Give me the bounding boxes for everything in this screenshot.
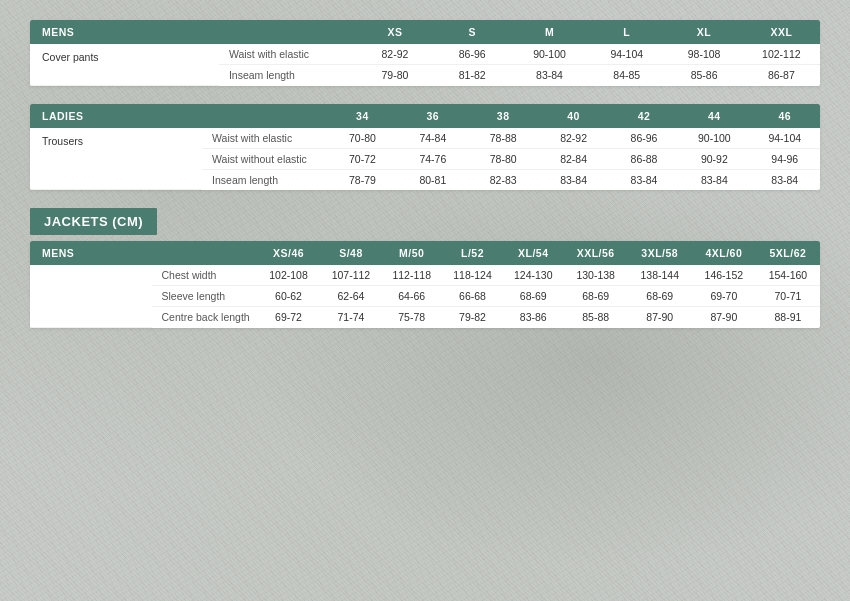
measurement-name: Waist with elastic — [202, 128, 327, 149]
measurement-name: Waist without elastic — [202, 148, 327, 169]
cell: 68-69 — [628, 286, 692, 307]
measurement-name: Chest width — [152, 265, 257, 286]
cell: 69-70 — [692, 286, 756, 307]
mens-size-l: L — [588, 20, 665, 44]
measurement-name: Inseam length — [219, 65, 356, 86]
mens-size-xs: XS — [356, 20, 433, 44]
cell: 62-64 — [321, 286, 382, 307]
cell: 90-100 — [511, 44, 588, 65]
mens-size-m: M — [511, 20, 588, 44]
cell: 60-62 — [256, 286, 320, 307]
cell: 68-69 — [564, 286, 628, 307]
cell: 90-92 — [679, 148, 749, 169]
product-trousers: Trousers — [30, 128, 202, 190]
cell: 94-96 — [750, 148, 820, 169]
cell: 87-90 — [628, 307, 692, 328]
cell: 85-88 — [564, 307, 628, 328]
ladies-size-36: 36 — [398, 104, 468, 128]
cell: 71-74 — [321, 307, 382, 328]
cell: 124-130 — [503, 265, 564, 286]
cell: 75-78 — [381, 307, 442, 328]
measurement-name: Inseam length — [202, 169, 327, 190]
cell: 138-144 — [628, 265, 692, 286]
cell: 64-66 — [381, 286, 442, 307]
table-row: Trousers Waist with elastic 70-80 74-84 … — [30, 128, 820, 149]
cell: 102-108 — [256, 265, 320, 286]
cell: 82-83 — [468, 169, 538, 190]
jackets-spacer-col — [152, 241, 257, 265]
cell: 86-87 — [743, 65, 820, 86]
cell: 86-96 — [609, 128, 679, 149]
product-cover-pants: Cover pants — [30, 44, 219, 85]
cell: 85-86 — [665, 65, 742, 86]
cell: 118-124 — [442, 265, 503, 286]
cell: 79-82 — [442, 307, 503, 328]
cell: 87-90 — [692, 307, 756, 328]
cell: 90-100 — [679, 128, 749, 149]
ladies-size-42: 42 — [609, 104, 679, 128]
jackets-size-4xl60: 4XL/60 — [692, 241, 756, 265]
cell: 107-112 — [321, 265, 382, 286]
ladies-size-44: 44 — [679, 104, 749, 128]
ladies-size-46: 46 — [750, 104, 820, 128]
table-row: Chest width 102-108 107-112 112-118 118-… — [30, 265, 820, 286]
cell: 83-86 — [503, 307, 564, 328]
jackets-section: MENS XS/46 S/48 M/50 L/52 XL/54 XXL/56 3… — [30, 241, 820, 328]
measurement-name: Waist with elastic — [219, 44, 356, 65]
jackets-size-m50: M/50 — [381, 241, 442, 265]
jackets-category-label-wrap: JACKETS (CM) — [30, 208, 820, 241]
ladies-size-34: 34 — [327, 104, 397, 128]
cell: 94-104 — [750, 128, 820, 149]
ladies-spacer-col — [202, 104, 327, 128]
cell: 83-84 — [750, 169, 820, 190]
ladies-size-38: 38 — [468, 104, 538, 128]
cell: 83-84 — [609, 169, 679, 190]
cell: 112-118 — [381, 265, 442, 286]
measurement-name: Centre back length — [152, 307, 257, 328]
cell: 69-72 — [256, 307, 320, 328]
cell: 84-85 — [588, 65, 665, 86]
cell: 83-84 — [511, 65, 588, 86]
cell: 154-160 — [756, 265, 820, 286]
mens-size-xxl: XXL — [743, 20, 820, 44]
cell: 82-92 — [538, 128, 608, 149]
cell: 78-80 — [468, 148, 538, 169]
mens-spacer-col — [219, 20, 356, 44]
measurement-name: Sleeve length — [152, 286, 257, 307]
cell: 86-96 — [434, 44, 511, 65]
jackets-size-5xl62: 5XL/62 — [756, 241, 820, 265]
cell: 82-92 — [356, 44, 433, 65]
jackets-size-xs46: XS/46 — [256, 241, 320, 265]
jackets-header: MENS — [30, 241, 152, 265]
cell: 68-69 — [503, 286, 564, 307]
cell: 98-108 — [665, 44, 742, 65]
cell: 70-80 — [327, 128, 397, 149]
cell: 70-72 — [327, 148, 397, 169]
cell: 74-76 — [398, 148, 468, 169]
mens-size-s: S — [434, 20, 511, 44]
cell: 130-138 — [564, 265, 628, 286]
table-row: Cover pants Waist with elastic 82-92 86-… — [30, 44, 820, 65]
cell: 66-68 — [442, 286, 503, 307]
jackets-size-xl54: XL/54 — [503, 241, 564, 265]
cell: 70-71 — [756, 286, 820, 307]
ladies-header: LADIES — [30, 104, 202, 128]
cell: 79-80 — [356, 65, 433, 86]
ladies-size-40: 40 — [538, 104, 608, 128]
cell: 74-84 — [398, 128, 468, 149]
cell: 78-88 — [468, 128, 538, 149]
cell: 82-84 — [538, 148, 608, 169]
jackets-size-3xl58: 3XL/58 — [628, 241, 692, 265]
jackets-category-label: JACKETS (CM) — [30, 208, 157, 235]
jackets-size-s48: S/48 — [321, 241, 382, 265]
cell: 146-152 — [692, 265, 756, 286]
mens-header: MENS — [30, 20, 219, 44]
cell: 83-84 — [538, 169, 608, 190]
cell: 94-104 — [588, 44, 665, 65]
page-content: MENS XS S M L XL XXL Cover pants Waist w… — [0, 0, 850, 366]
jackets-size-l52: L/52 — [442, 241, 503, 265]
cell: 86-88 — [609, 148, 679, 169]
cell: 80-81 — [398, 169, 468, 190]
cell: 78-79 — [327, 169, 397, 190]
product-jackets — [30, 265, 152, 327]
